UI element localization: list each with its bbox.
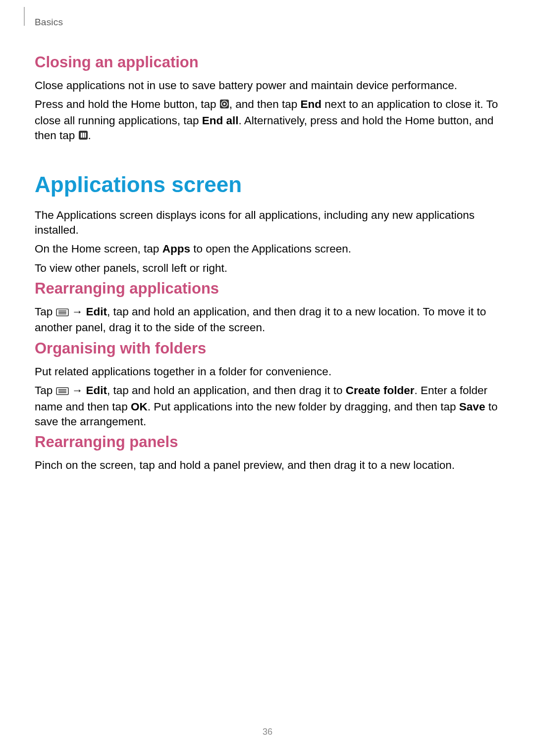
- paragraph: Pinch on the screen, tap and hold a pane…: [35, 458, 500, 473]
- bold-end-all: End all: [202, 114, 239, 127]
- bold-edit: Edit: [86, 384, 107, 397]
- text: to open the Applications screen.: [190, 243, 351, 255]
- bold-apps: Apps: [162, 243, 190, 255]
- header-section-label: Basics: [35, 17, 63, 28]
- text: . Put applications into the new folder b…: [148, 401, 459, 413]
- menu-icon: [56, 305, 69, 320]
- close-all-icon: [78, 129, 88, 144]
- text: Tap: [35, 384, 56, 397]
- text: .: [88, 129, 91, 142]
- svg-rect-5: [83, 133, 84, 138]
- text: On the Home screen, tap: [35, 243, 162, 255]
- paragraph: Tap → Edit, tap and hold an application,…: [35, 304, 500, 336]
- paragraph: Tap → Edit, tap and hold an application,…: [35, 383, 500, 429]
- menu-icon: [56, 384, 69, 399]
- heading-organising-folders: Organising with folders: [35, 340, 500, 357]
- text: , tap and hold an application, and then …: [107, 384, 346, 397]
- svg-rect-4: [81, 133, 82, 138]
- svg-point-2: [223, 103, 225, 105]
- text: , and then tap: [229, 98, 301, 110]
- bold-ok: OK: [131, 401, 148, 413]
- heading-applications-screen: Applications screen: [35, 172, 500, 197]
- paragraph: To view other panels, scroll left or rig…: [35, 261, 500, 276]
- paragraph: On the Home screen, tap Apps to open the…: [35, 242, 500, 256]
- paragraph: The Applications screen displays icons f…: [35, 208, 500, 238]
- page-content: Closing an application Close application…: [35, 50, 500, 477]
- bold-end: End: [301, 98, 322, 110]
- text: Press and hold the Home button, tap: [35, 98, 219, 110]
- bold-edit: Edit: [86, 305, 107, 318]
- paragraph: Press and hold the Home button, tap , an…: [35, 97, 500, 144]
- arrow: →: [69, 384, 86, 397]
- bold-create-folder: Create folder: [346, 384, 415, 397]
- heading-closing-application: Closing an application: [35, 53, 500, 71]
- paragraph: Put related applications together in a f…: [35, 364, 500, 379]
- bold-save: Save: [459, 401, 485, 413]
- header-rule: [24, 7, 25, 26]
- svg-rect-6: [85, 133, 86, 138]
- arrow: →: [69, 305, 86, 318]
- heading-rearranging-panels: Rearranging panels: [35, 433, 500, 451]
- paragraph: Close applications not in use to save ba…: [35, 78, 500, 93]
- text: Tap: [35, 305, 56, 318]
- heading-rearranging-applications: Rearranging applications: [35, 280, 500, 298]
- task-manager-icon: [219, 98, 229, 113]
- page-number: 36: [0, 727, 535, 737]
